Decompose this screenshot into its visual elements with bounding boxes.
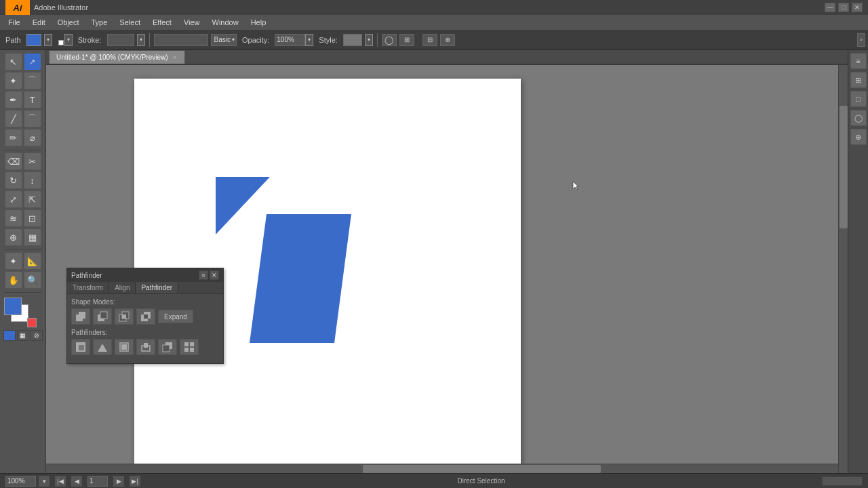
menu-object[interactable]: Object (52, 17, 85, 28)
circle-btn[interactable]: ◯ (382, 34, 397, 46)
h-scrollbar[interactable] (46, 464, 838, 473)
title-bar-controls[interactable]: — □ ✕ (825, 3, 863, 12)
toolbar-expand-btn[interactable]: » (857, 33, 865, 47)
unite-btn[interactable] (71, 308, 90, 325)
h-scroll-thumb[interactable] (363, 465, 600, 473)
minimize-button[interactable]: — (825, 3, 835, 12)
opacity-input[interactable] (275, 34, 305, 46)
triangle-shape[interactable] (216, 177, 270, 235)
close-button[interactable]: ✕ (852, 3, 863, 12)
pf-tab-pathfinder[interactable]: Pathfinder (136, 282, 178, 293)
opacity-arrow[interactable]: ▾ (305, 34, 313, 46)
svg-marker-12 (98, 344, 107, 352)
outline-btn[interactable] (136, 339, 155, 355)
style-swatch[interactable] (343, 34, 362, 46)
parallelogram-shape[interactable] (250, 214, 351, 343)
color-swap-btn[interactable] (27, 318, 37, 327)
fill-color-swatch[interactable] (26, 34, 41, 46)
stroke-width-input[interactable] (107, 34, 134, 46)
free-transform-tool[interactable]: ⊡ (24, 209, 41, 227)
zoom-input[interactable] (5, 476, 36, 487)
minus-back-btn[interactable] (158, 339, 177, 355)
pf-tab-transform[interactable]: Transform (67, 282, 109, 293)
pencil-tool[interactable]: ✏ (5, 129, 22, 146)
type-tool[interactable]: T (24, 91, 41, 108)
eraser-tool[interactable]: ⌫ (5, 152, 22, 170)
menu-window[interactable]: Window (207, 17, 244, 28)
measure-tool[interactable]: 📐 (24, 252, 41, 270)
line-tool[interactable]: ╱ (5, 110, 22, 127)
extra-btn[interactable]: ⊕ (440, 34, 455, 46)
hand-tool[interactable]: ✋ (5, 271, 22, 289)
menu-effect[interactable]: Effect (147, 17, 177, 28)
align-btn[interactable]: ⊟ (422, 34, 437, 46)
rotate-tool[interactable]: ↻ (5, 171, 22, 189)
color-mode-row: ▦ ⊘ (3, 330, 43, 341)
direct-selection-tool[interactable]: ↗ (24, 53, 41, 70)
menu-select[interactable]: Select (114, 17, 146, 28)
tool-row-shape: ✏ ⌀ (5, 129, 41, 146)
v-scrollbar[interactable] (838, 65, 848, 473)
maximize-button[interactable]: □ (838, 3, 849, 12)
menu-edit[interactable]: Edit (27, 17, 51, 28)
none-btn[interactable]: ⊘ (31, 330, 43, 341)
arc-tool[interactable]: ⌒ (24, 110, 41, 127)
transform-btn[interactable]: ⊞ (399, 34, 414, 46)
nav-start-btn[interactable]: |◀ (55, 476, 66, 487)
expand-button[interactable]: Expand (158, 310, 193, 323)
page-input[interactable] (87, 476, 108, 487)
warp-tool[interactable]: ≋ (5, 209, 22, 227)
pf-tab-align[interactable]: Align (109, 282, 136, 293)
magic-wand-tool[interactable]: ✦ (5, 72, 22, 89)
tab-close-btn[interactable]: ✕ (172, 54, 178, 61)
pf-panel-close[interactable]: ✕ (210, 270, 219, 280)
nav-end-btn[interactable]: ▶| (130, 476, 140, 487)
stroke-profile[interactable] (154, 34, 208, 46)
type-label: Path (3, 36, 24, 44)
minus-front-btn[interactable] (93, 308, 112, 325)
nav-prev-btn[interactable]: ◀ (71, 476, 82, 487)
style-arrow[interactable]: ▾ (365, 34, 373, 46)
blob-brush-tool[interactable]: ⌀ (24, 129, 41, 146)
gradient-btn[interactable]: ▦ (17, 330, 29, 341)
selection-tool[interactable]: ↖ (5, 53, 22, 70)
stroke-color-arrow[interactable]: ▾ (64, 34, 73, 46)
panel-btn-2[interactable]: ⊞ (850, 72, 867, 88)
scissors-tool[interactable]: ✂ (24, 152, 41, 170)
exclude-btn[interactable] (136, 308, 155, 325)
divide-btn[interactable] (180, 339, 199, 355)
menu-help[interactable]: Help (245, 17, 272, 28)
zoom-tool[interactable]: 🔍 (24, 271, 41, 289)
pf-panel-menu[interactable]: ≡ (199, 270, 208, 280)
eyedropper-tool[interactable]: ✦ (5, 252, 22, 270)
reflect-tool[interactable]: ↕ (24, 171, 41, 189)
menu-file[interactable]: File (3, 17, 26, 28)
merge-btn[interactable] (93, 339, 112, 355)
stroke-width-arrow[interactable]: ▾ (137, 34, 145, 46)
menu-view[interactable]: View (178, 17, 205, 28)
tool-sep-3 (4, 292, 42, 293)
fill-swatch[interactable] (4, 298, 22, 315)
scale-tool[interactable]: ⤢ (5, 190, 22, 208)
panel-btn-1[interactable]: ≡ (850, 53, 867, 69)
trim-btn[interactable] (71, 339, 90, 355)
zoom-arrow[interactable]: ▾ (39, 476, 50, 487)
panel-btn-5[interactable]: ⊕ (850, 129, 867, 145)
tool-row-pen: ✒ T (5, 91, 41, 108)
panel-btn-4[interactable]: ◯ (850, 110, 867, 126)
pen-tool[interactable]: ✒ (5, 91, 22, 108)
shear-tool[interactable]: ⇱ (24, 190, 41, 208)
v-scroll-thumb[interactable] (840, 106, 848, 228)
fill-color-arrow[interactable]: ▾ (44, 34, 52, 46)
intersect-btn[interactable] (115, 308, 134, 325)
symbol-tool[interactable]: ⊕ (5, 228, 22, 246)
crop-btn[interactable] (115, 339, 134, 355)
lasso-tool[interactable]: ⌒ (24, 72, 41, 89)
panel-btn-3[interactable]: □ (850, 91, 867, 107)
blend-mode-dropdown[interactable]: Basic ▾ (211, 34, 237, 46)
tab-untitled[interactable]: Untitled-1* @ 100% (CMYK/Preview) ✕ (49, 50, 185, 64)
chart-tool[interactable]: ▦ (24, 228, 41, 246)
nav-next-btn[interactable]: ▶ (113, 476, 124, 487)
solid-color-btn[interactable] (3, 330, 16, 341)
menu-type[interactable]: Type (86, 17, 113, 28)
